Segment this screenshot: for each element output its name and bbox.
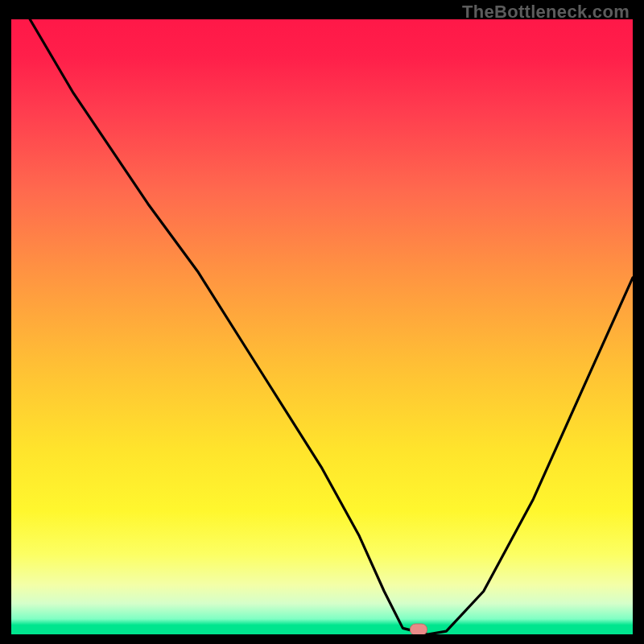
watermark-text: TheBottleneck.com (462, 2, 630, 23)
chart-frame: TheBottleneck.com (0, 0, 644, 644)
plot-area (11, 19, 633, 634)
optimal-point-marker (410, 624, 427, 635)
bottleneck-curve (11, 19, 633, 634)
